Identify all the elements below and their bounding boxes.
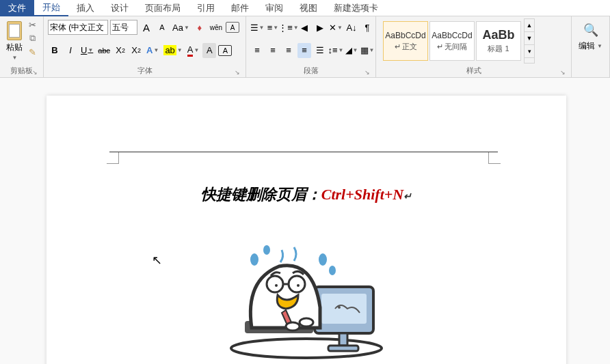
paste-label: 粘贴 <box>6 42 23 53</box>
tab-mailings[interactable]: 邮件 <box>223 0 257 16</box>
paragraph-mark-icon: ↵ <box>403 191 412 201</box>
align-right-button[interactable]: ≡ <box>282 43 295 58</box>
tab-layout[interactable]: 页面布局 <box>137 0 189 16</box>
grow-font-button[interactable]: A <box>140 20 153 35</box>
styles-expand-icon[interactable]: ▾ <box>525 45 534 58</box>
multilevel-button[interactable]: ⋮≡▼ <box>282 20 295 35</box>
ribbon-tabs: 文件 开始 插入 设计 页面布局 引用 邮件 审阅 视图 新建选项卡 <box>0 0 610 16</box>
tab-review[interactable]: 审阅 <box>257 0 291 16</box>
strike-button[interactable]: abc <box>96 43 111 58</box>
chevron-down-icon: ▼ <box>12 55 18 61</box>
font-name-select[interactable] <box>48 20 108 35</box>
format-painter-button[interactable]: ✎ <box>26 46 38 58</box>
text-effects-button[interactable]: A▼ <box>145 43 160 58</box>
tab-file[interactable]: 文件 <box>0 0 34 16</box>
svg-point-11 <box>297 284 300 287</box>
distribute-button[interactable]: ☰ <box>313 43 327 58</box>
tab-design[interactable]: 设计 <box>103 0 137 16</box>
group-label-paragraph: 段落↘ <box>250 64 371 77</box>
shading-button[interactable]: ◢▼ <box>345 43 358 58</box>
group-label-edit <box>576 74 605 77</box>
scroll-down-icon[interactable]: ▼ <box>525 32 534 45</box>
change-case-button[interactable]: Aa▼ <box>171 20 191 35</box>
style-heading1[interactable]: AaBb 标题 1 <box>476 21 521 61</box>
dialog-launcher-icon[interactable]: ↘ <box>560 69 566 76</box>
bold-button[interactable]: B <box>48 43 62 58</box>
group-font: A A Aa▼ ♦ wēn A B I U▼ abc X2 X2 A▼ ab▼ … <box>44 16 246 77</box>
increase-indent-button[interactable]: ▶ <box>313 20 327 35</box>
style-preview: AaBbCcDd <box>385 31 425 40</box>
svg-point-13 <box>300 318 313 326</box>
sort-button[interactable]: A↓ <box>345 20 358 35</box>
find-button[interactable]: 🔍 <box>582 23 600 38</box>
align-center-button[interactable]: ≡ <box>266 43 280 58</box>
cut-button[interactable]: ✂ <box>26 18 38 31</box>
title-text: 快捷键删除页眉：Ctrl+Shift+N↵ <box>47 184 566 205</box>
justify-button[interactable]: ≡ <box>297 43 311 58</box>
style-normal[interactable]: AaBbCcDd ↵正文 <box>383 21 428 61</box>
dialog-launcher-icon[interactable]: ↘ <box>235 69 240 76</box>
tab-new[interactable]: 新建选项卡 <box>326 0 386 16</box>
enclose-char-button[interactable]: A <box>226 22 239 33</box>
svg-rect-5 <box>339 333 347 346</box>
decrease-indent-button[interactable]: ◀ <box>297 20 311 35</box>
dialog-launcher-icon[interactable]: ↘ <box>32 69 38 76</box>
styles-scrollbar[interactable]: ▲ ▼ ▾ <box>524 18 535 64</box>
svg-point-14 <box>250 253 258 266</box>
scroll-up-icon[interactable]: ▲ <box>525 19 534 32</box>
svg-rect-6 <box>328 346 358 351</box>
tab-references[interactable]: 引用 <box>189 0 223 16</box>
margin-corner-icon <box>488 152 501 164</box>
phonetic-guide-button[interactable]: wēn <box>209 20 224 35</box>
tab-view[interactable]: 视图 <box>291 0 326 16</box>
header-line <box>109 152 498 152</box>
copy-button[interactable]: ⧉ <box>26 32 38 44</box>
pilcrow-icon: ↵ <box>437 42 443 51</box>
margin-corner-icon <box>107 152 119 164</box>
style-preview: AaBbCcDd <box>432 31 472 40</box>
clipboard-icon <box>5 20 23 40</box>
style-nospace[interactable]: AaBbCcDd ↵无间隔 <box>429 21 475 61</box>
numbering-button[interactable]: ≡▼ <box>266 20 280 35</box>
paste-button[interactable]: 粘贴 ▼ <box>4 18 25 62</box>
font-color-button[interactable]: A▼ <box>186 43 201 58</box>
pilcrow-icon: ↵ <box>395 42 401 51</box>
svg-point-12 <box>286 322 300 331</box>
shrink-font-button[interactable]: A <box>155 20 169 35</box>
page: 快捷键删除页眉：Ctrl+Shift+N↵ <box>47 96 566 364</box>
char-shading-button[interactable]: A <box>202 43 216 58</box>
group-label-font: 字体↘ <box>48 64 241 77</box>
style-preview: AaBb <box>482 28 514 42</box>
tab-home[interactable]: 开始 <box>34 0 68 16</box>
document-content: 快捷键删除页眉：Ctrl+Shift+N↵ <box>47 184 566 362</box>
line-spacing-button[interactable]: ↕≡▼ <box>329 43 343 58</box>
dialog-launcher-icon[interactable]: ↘ <box>364 69 370 76</box>
cartoon-image <box>47 225 566 362</box>
bullets-button[interactable]: ☰▼ <box>250 20 264 35</box>
svg-point-4 <box>338 306 341 309</box>
borders-button[interactable]: ▦▼ <box>360 43 374 58</box>
superscript-button[interactable]: X2 <box>129 43 143 58</box>
group-label-styles: 样式↘ <box>380 64 567 77</box>
char-border-button[interactable]: A <box>218 45 232 56</box>
svg-point-10 <box>275 284 278 287</box>
font-size-select[interactable] <box>110 20 137 35</box>
group-paragraph: ☰▼ ≡▼ ⋮≡▼ ◀ ▶ ✕▼ A↓ ¶ ≡ ≡ ≡ ≡ ☰ ↕≡▼ ◢▼ ▦… <box>246 16 376 77</box>
italic-button[interactable]: I <box>64 43 77 58</box>
svg-rect-3 <box>321 294 367 324</box>
chevron-down-icon: ▼ <box>597 43 602 49</box>
group-label-clipboard: 剪贴板↘ <box>4 64 39 77</box>
svg-point-16 <box>319 253 327 266</box>
underline-button[interactable]: U▼ <box>79 43 94 58</box>
subscript-button[interactable]: X2 <box>114 43 127 58</box>
group-clipboard: 粘贴 ▼ ✂ ⧉ ✎ 剪贴板↘ <box>0 16 44 77</box>
clear-format-button[interactable]: ♦ <box>193 20 207 35</box>
show-marks-button[interactable]: ¶ <box>360 20 374 35</box>
highlight-button[interactable]: ab▼ <box>162 43 183 58</box>
tab-insert[interactable]: 插入 <box>68 0 103 16</box>
document-area[interactable]: 快捷键删除页眉：Ctrl+Shift+N↵ <box>0 78 610 364</box>
ribbon: 粘贴 ▼ ✂ ⧉ ✎ 剪贴板↘ A A Aa▼ ♦ wēn A B I U▼ a… <box>0 16 610 78</box>
group-edit: 🔍 编辑▼ <box>572 16 610 77</box>
asian-layout-button[interactable]: ✕▼ <box>329 20 343 35</box>
align-left-button[interactable]: ≡ <box>250 43 264 58</box>
